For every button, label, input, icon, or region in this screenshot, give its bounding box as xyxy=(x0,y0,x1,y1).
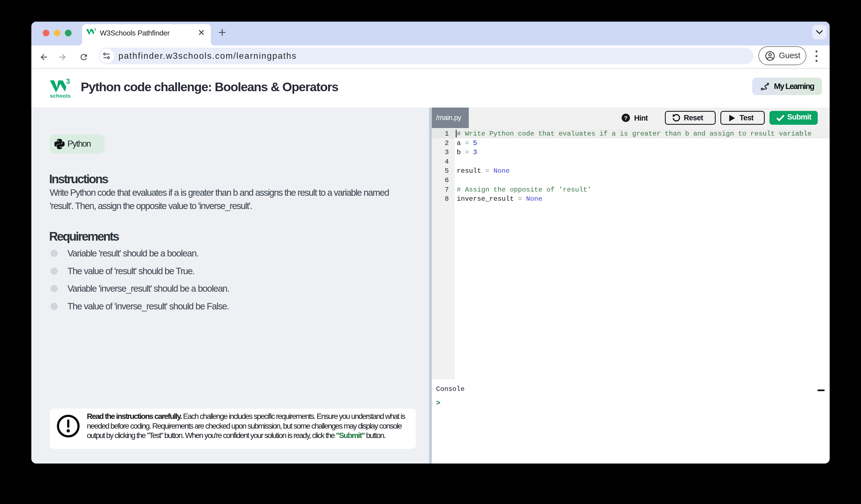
svg-text:3: 3 xyxy=(66,79,70,85)
svg-text:schools: schools xyxy=(50,93,71,99)
svg-text:?: ? xyxy=(624,115,628,121)
svg-text:3: 3 xyxy=(94,28,96,32)
